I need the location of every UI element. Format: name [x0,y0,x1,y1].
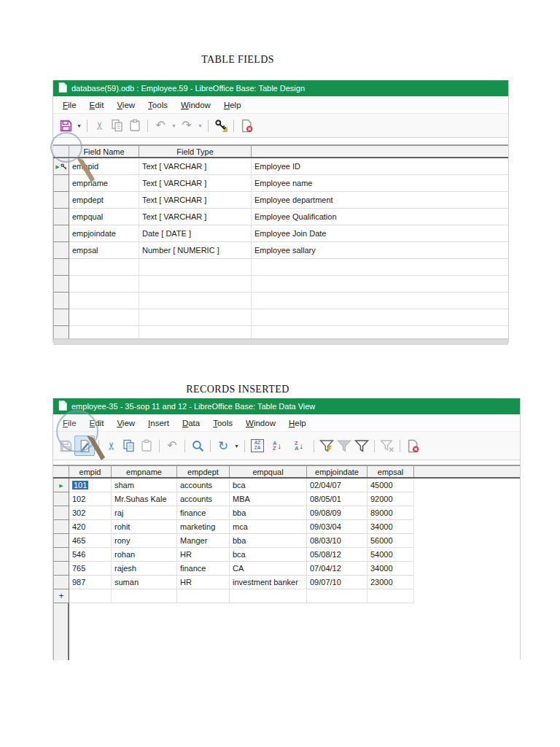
menu-item[interactable]: View [110,99,141,111]
field-name-cell[interactable] [69,259,139,276]
empsal-cell[interactable] [368,589,414,603]
empdept-cell[interactable]: HR [177,576,230,589]
empid-cell[interactable]: 465 [69,534,112,548]
empid-cell[interactable]: 420 [69,520,112,534]
field-type-cell[interactable] [139,309,252,326]
empty-table-row[interactable] [53,309,508,326]
delete-record-button[interactable] [404,437,421,454]
empdept-cell[interactable]: finance [177,506,230,520]
title-bar[interactable]: database(59).odb : Employee.59 - LibreOf… [53,80,508,96]
description-cell[interactable] [252,309,508,326]
field-type-cell[interactable] [139,293,252,309]
table-row[interactable]: ▶ 101 sham accounts bca 02/04/07 45000 [53,479,520,492]
column-header[interactable]: empsal [368,466,414,477]
row-header-cell[interactable]: ▶ [53,506,69,520]
empsal-cell[interactable]: 92000 [368,492,414,506]
empqual-cell[interactable]: mca [230,520,307,534]
column-header-description[interactable] [252,146,508,157]
empname-cell[interactable]: rohan [112,548,177,562]
field-type-cell[interactable]: Text [ VARCHAR ] [139,175,252,192]
standard-filter-button[interactable] [353,437,370,454]
empname-cell[interactable]: suman [112,576,177,589]
menu-item[interactable]: File [56,99,83,111]
row-header-cell[interactable]: ▶ [53,562,69,576]
empname-cell[interactable]: rony [112,534,177,548]
empid-cell[interactable]: 101 [69,479,112,492]
empsal-cell[interactable]: 45000 [368,479,414,492]
redo-button[interactable]: ↷ [178,117,195,134]
column-header[interactable]: empname [112,466,177,477]
description-cell[interactable] [252,276,508,293]
table-row[interactable]: ▶ 987 suman HR investment banker 09/07/1… [53,576,520,589]
field-type-cell[interactable] [139,259,252,276]
column-header-field-type[interactable]: Field Type [139,146,252,157]
empdept-cell[interactable]: HR [177,548,230,562]
empname-cell[interactable] [112,589,177,603]
table-row[interactable]: ▶ 546 rohan HR bca 05/08/12 54000 [53,548,520,562]
sort-descending-button[interactable]: ZA↓ [288,437,310,454]
undo-dropdown[interactable]: ▾ [169,117,178,134]
empsal-cell[interactable]: 56000 [368,534,414,548]
menu-item[interactable]: Tools [141,99,174,111]
sort-ascending-button[interactable]: AZ↓ [266,437,288,454]
row-header-cell[interactable] [53,259,69,276]
row-header-cell[interactable]: ▶ [53,548,69,562]
row-header-cell[interactable]: ▶ [53,479,69,492]
description-cell[interactable] [252,259,508,276]
refresh-dropdown[interactable]: ▾ [232,437,241,454]
sort-dialog-button[interactable]: AZZA [249,437,266,454]
empjoindate-cell[interactable]: 08/05/01 [307,492,368,506]
field-name-cell[interactable] [69,293,139,309]
row-header-cell[interactable]: ▶ [53,209,69,225]
table-row[interactable]: ▶ empdept Text [ VARCHAR ] Employee depa… [53,192,508,209]
cut-button[interactable]: ✂ [91,117,109,134]
description-cell[interactable]: Employee Qualification [252,209,508,225]
empsal-cell[interactable]: 23000 [368,576,414,589]
field-name-cell[interactable]: empsal [69,242,139,259]
title-bar[interactable]: employee-35 - 35-sop 11 and 12 - LibreOf… [53,398,520,414]
menu-item[interactable]: Insert [141,417,176,429]
column-header[interactable]: empqual [230,466,307,477]
save-dropdown[interactable]: ▾ [74,117,83,134]
table-row[interactable]: ▶ emppid Text [ VARCHAR ] Employee ID [53,158,508,175]
menu-item[interactable]: View [110,417,141,429]
empty-table-row[interactable] [53,293,508,309]
refresh-button[interactable]: ↻ [214,437,232,454]
apply-filter-button[interactable] [335,437,353,454]
empid-cell[interactable]: 765 [69,562,112,576]
new-record-row[interactable]: + [53,589,520,603]
empsal-cell[interactable]: 54000 [368,548,414,562]
empid-cell[interactable]: 546 [69,548,112,562]
field-name-cell[interactable]: empjoindate [69,225,139,242]
empjoindate-cell[interactable]: 09/03/04 [307,520,368,534]
empdept-cell[interactable]: Manger [177,534,230,548]
paste-button[interactable] [126,117,144,134]
empjoindate-cell[interactable]: 09/07/10 [307,576,368,589]
reset-filter-button[interactable] [378,437,396,454]
empid-cell[interactable] [69,589,112,603]
field-type-cell[interactable]: Text [ VARCHAR ] [139,192,252,209]
autofilter-button[interactable] [318,437,335,454]
undo-button[interactable]: ↶ [152,117,169,134]
table-row[interactable]: ▶ empjoindate Date [ DATE ] Employee Joi… [53,225,508,242]
empsal-cell[interactable]: 89000 [368,506,414,520]
empjoindate-cell[interactable] [307,589,368,603]
empsal-cell[interactable]: 34000 [368,520,414,534]
field-name-cell[interactable] [69,309,139,326]
column-header[interactable]: empjoindate [307,466,368,477]
row-header-cell[interactable]: ▶ [53,175,69,192]
row-header-cell[interactable]: ▶ [53,192,69,209]
description-cell[interactable]: Employee sallary [252,242,508,259]
row-header-cell[interactable]: ▶ [53,242,69,259]
field-type-cell[interactable]: Date [ DATE ] [139,225,252,242]
paste-button[interactable] [138,437,155,454]
empqual-cell[interactable]: CA [230,562,307,576]
empjoindate-cell[interactable]: 07/04/12 [307,562,368,576]
menu-item[interactable]: Data [176,417,206,429]
description-cell[interactable]: Employee name [252,175,508,192]
field-type-cell[interactable]: Text [ VARCHAR ] [139,158,252,175]
table-row[interactable]: ▶ empsal Number [ NUMERIC ] Employee sal… [53,242,508,259]
empqual-cell[interactable]: MBA [230,492,307,506]
column-header[interactable]: empdept [177,466,230,477]
horizontal-scrollbar[interactable] [53,338,508,345]
